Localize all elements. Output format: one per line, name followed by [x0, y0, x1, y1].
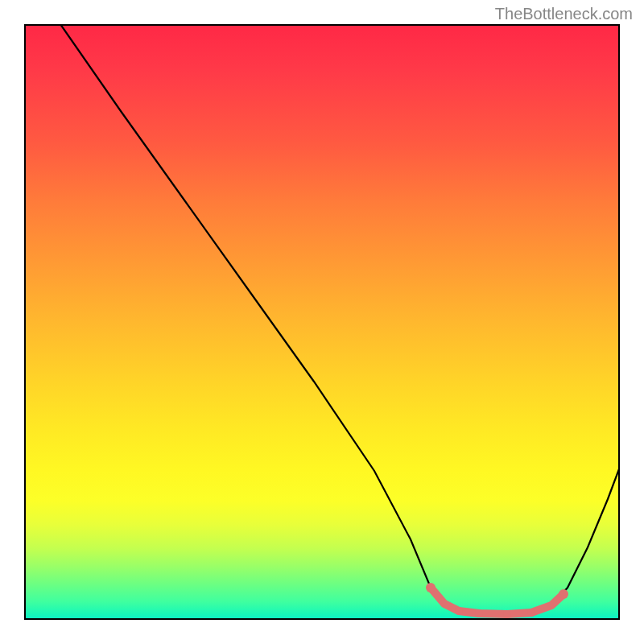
optimal-zone-dot: [455, 607, 463, 615]
optimal-zone-dot: [503, 610, 511, 618]
optimal-zone-dot: [475, 609, 483, 617]
optimal-zone-marker: [431, 588, 564, 614]
watermark-text: TheBottleneck.com: [495, 5, 633, 23]
bottleneck-curve-line: [60, 24, 620, 614]
optimal-zone-dot: [527, 609, 535, 617]
optimal-zone-start-dot: [426, 583, 436, 592]
optimal-zone-end-dot: [559, 589, 568, 599]
chart-curve-layer: [24, 24, 620, 620]
chart-plot-area: [24, 24, 620, 620]
